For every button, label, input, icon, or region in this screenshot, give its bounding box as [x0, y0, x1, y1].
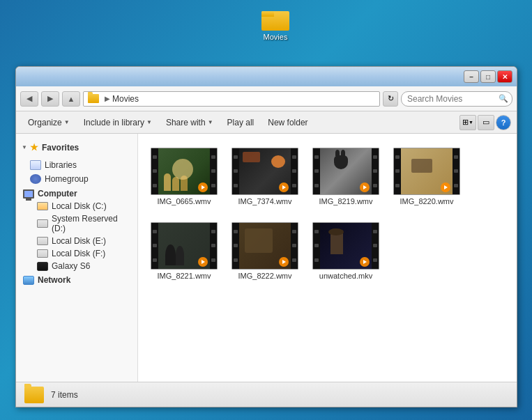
sidebar: ▼ ★ Favorites Libraries Homegroup Comput…	[16, 134, 138, 382]
sidebar-item-computer[interactable]: Computer	[16, 186, 137, 200]
search-input[interactable]	[401, 91, 512, 107]
computer-label: Computer	[38, 189, 77, 199]
film-strip-right-4	[453, 148, 459, 194]
desktop-icon-label: Movies	[264, 33, 288, 41]
details-pane-button[interactable]: ▭	[478, 115, 494, 130]
favorites-star-icon: ★	[30, 142, 38, 153]
disk-d-label: System Reserved (D:)	[52, 214, 132, 233]
play-overlay-8219	[360, 182, 370, 192]
favorites-expand-icon: ▼	[22, 144, 27, 150]
favorites-label: Favorites	[42, 143, 79, 153]
include-dropdown-arrow: ▼	[146, 119, 152, 125]
video-thumb-unwatched	[312, 222, 379, 270]
play-overlay-7374	[279, 182, 289, 192]
play-all-button[interactable]: Play all	[221, 115, 261, 130]
include-library-button[interactable]: Include in library ▼	[77, 115, 158, 130]
share-dropdown-arrow: ▼	[208, 119, 213, 125]
video-thumb-img0665	[151, 148, 218, 195]
video-thumb-img8221	[151, 222, 218, 270]
disk-f-icon	[37, 249, 48, 258]
film-strip-left-6	[232, 223, 239, 269]
file-name-img8219: IMG_8219.wmv	[319, 197, 372, 205]
sidebar-item-disk-f[interactable]: Local Disk (F:)	[16, 247, 137, 260]
film-strip-right	[210, 148, 217, 194]
play-overlay-8221	[198, 257, 208, 267]
network-label: Network	[38, 275, 70, 285]
galaxy-icon	[37, 262, 48, 271]
help-button[interactable]: ?	[496, 115, 511, 130]
video-thumb-img7374	[231, 148, 298, 195]
network-icon	[23, 276, 34, 285]
film-strip-left-5	[151, 223, 158, 269]
explorer-window: – □ ✕ ◀ ▶ ▲ ▶ Movies ↻ 🔍 Organize ▼ Incl…	[15, 66, 517, 407]
sidebar-item-libraries[interactable]: Libraries	[16, 158, 137, 172]
video-thumb-img8219	[312, 148, 379, 195]
disk-c-label: Local Disk (C:)	[52, 201, 107, 211]
disk-f-label: Local Disk (F:)	[52, 249, 105, 258]
close-button[interactable]: ✕	[497, 70, 512, 83]
film-strip-right-7	[372, 223, 379, 269]
up-button[interactable]: ▲	[62, 91, 80, 107]
film-strip-right-2	[291, 148, 298, 194]
status-bar: 7 items	[16, 382, 517, 407]
play-overlay-unwatched	[360, 257, 370, 267]
maximize-button[interactable]: □	[480, 70, 496, 83]
film-strip-right-5	[210, 223, 217, 269]
film-strip-left-7	[313, 223, 320, 269]
film-strip-right-3	[372, 148, 379, 194]
files-grid: IMG_0665.wmv	[146, 142, 508, 286]
file-item-unwatched[interactable]: unwatched.mkv	[311, 219, 381, 283]
galaxy-label: Galaxy S6	[52, 261, 90, 271]
play-overlay-8222	[279, 257, 289, 267]
libraries-icon	[30, 160, 41, 170]
file-name-img8220: IMG_8220.wmv	[400, 197, 453, 205]
forward-button[interactable]: ▶	[41, 91, 59, 107]
sidebar-item-network[interactable]: Network	[16, 272, 137, 288]
file-name-img8222: IMG_8222.wmv	[238, 272, 291, 280]
desktop-movies-icon[interactable]: Movies	[251, 7, 300, 41]
libraries-label: Libraries	[45, 160, 77, 170]
file-item-img8220[interactable]: IMG_8220.wmv	[392, 145, 462, 208]
main-area: ▼ ★ Favorites Libraries Homegroup Comput…	[16, 134, 517, 382]
status-item-count: 7 items	[51, 390, 78, 400]
file-item-img8219[interactable]: IMG_8219.wmv	[311, 145, 381, 208]
new-folder-button[interactable]: New folder	[261, 115, 314, 130]
disk-d-icon	[37, 219, 48, 228]
refresh-button[interactable]: ↻	[383, 91, 398, 107]
address-bar: ◀ ▶ ▲ ▶ Movies ↻ 🔍	[16, 86, 517, 111]
file-item-img8221[interactable]: IMG_8221.wmv	[149, 219, 219, 283]
view-toggle-button[interactable]: ⊞▼	[459, 115, 476, 130]
sidebar-item-disk-c[interactable]: Local Disk (C:)	[16, 200, 137, 212]
back-button[interactable]: ◀	[20, 91, 38, 107]
film-strip-left-4	[394, 148, 401, 194]
sidebar-item-disk-e[interactable]: Local Disk (E:)	[16, 235, 137, 247]
path-arrow: ▶	[105, 95, 110, 102]
minimize-button[interactable]: –	[464, 70, 479, 83]
path-folder-icon	[88, 94, 99, 103]
organize-button[interactable]: Organize ▼	[22, 115, 76, 130]
sidebar-item-disk-d[interactable]: System Reserved (D:)	[16, 212, 137, 235]
view-toggle: ⊞▼ ▭ ?	[459, 115, 511, 130]
sidebar-item-galaxy[interactable]: Galaxy S6	[16, 260, 137, 272]
organize-dropdown-arrow: ▼	[64, 119, 70, 125]
video-thumb-img8222	[231, 222, 298, 270]
window-controls: – □ ✕	[464, 70, 512, 83]
file-item-img0665[interactable]: IMG_0665.wmv	[149, 145, 219, 208]
sidebar-item-homegroup[interactable]: Homegroup	[16, 172, 137, 186]
favorites-header[interactable]: ▼ ★ Favorites	[16, 139, 137, 155]
disk-c-icon	[37, 202, 48, 210]
file-name-img8221: IMG_8221.wmv	[157, 272, 211, 280]
disk-e-label: Local Disk (E:)	[52, 236, 106, 246]
file-item-img8222[interactable]: IMG_8222.wmv	[230, 219, 300, 283]
file-item-img7374[interactable]: IMG_7374.wmv	[230, 145, 300, 208]
homegroup-icon	[30, 174, 41, 184]
share-with-button[interactable]: Share with ▼	[160, 115, 220, 130]
search-wrapper: 🔍	[401, 91, 512, 107]
play-overlay-0665	[198, 182, 208, 192]
file-name-unwatched: unwatched.mkv	[319, 272, 372, 280]
favorites-section: ▼ ★ Favorites	[16, 139, 137, 155]
play-overlay-8220	[441, 182, 450, 192]
address-path[interactable]: ▶ Movies	[83, 91, 380, 107]
film-strip-left	[151, 148, 158, 194]
film-strip-right-6	[291, 223, 298, 269]
